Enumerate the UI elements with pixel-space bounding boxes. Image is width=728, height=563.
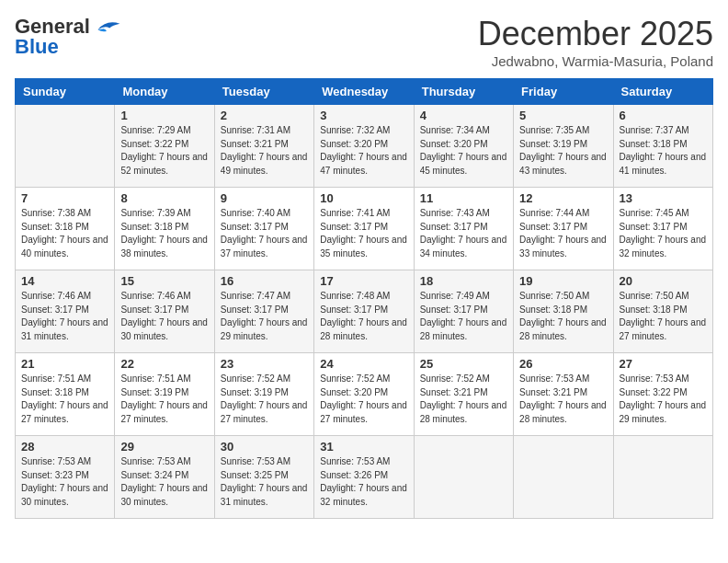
day-number: 23	[221, 357, 308, 371]
day-cell: 3Sunrise: 7:32 AMSunset: 3:20 PMDaylight…	[314, 105, 414, 188]
day-cell: 8Sunrise: 7:39 AMSunset: 3:18 PMDaylight…	[115, 188, 214, 270]
day-cell: 4Sunrise: 7:34 AMSunset: 3:20 PMDaylight…	[414, 105, 513, 188]
day-info: Sunrise: 7:47 AMSunset: 3:17 PMDaylight:…	[221, 290, 308, 343]
day-info: Sunrise: 7:53 AMSunset: 3:26 PMDaylight:…	[320, 455, 407, 509]
day-info: Sunrise: 7:50 AMSunset: 3:18 PMDaylight:…	[519, 290, 607, 343]
day-number: 22	[120, 357, 208, 371]
day-number: 24	[320, 357, 407, 371]
day-info: Sunrise: 7:53 AMSunset: 3:21 PMDaylight:…	[519, 373, 607, 426]
week-row-5: 28Sunrise: 7:53 AMSunset: 3:23 PMDayligh…	[16, 436, 713, 519]
header-cell-tuesday: Tuesday	[214, 79, 313, 105]
day-cell: 1Sunrise: 7:29 AMSunset: 3:22 PMDaylight…	[115, 105, 214, 188]
day-cell: 18Sunrise: 7:49 AMSunset: 3:17 PMDayligh…	[414, 270, 513, 353]
day-cell	[514, 436, 613, 519]
day-cell: 9Sunrise: 7:40 AMSunset: 3:17 PMDaylight…	[214, 188, 313, 270]
day-number: 14	[21, 274, 108, 288]
day-info: Sunrise: 7:52 AMSunset: 3:21 PMDaylight:…	[420, 373, 507, 426]
day-number: 11	[420, 191, 507, 205]
day-info: Sunrise: 7:52 AMSunset: 3:19 PMDaylight:…	[221, 373, 308, 426]
day-info: Sunrise: 7:37 AMSunset: 3:18 PMDaylight:…	[620, 124, 707, 178]
day-cell: 20Sunrise: 7:50 AMSunset: 3:18 PMDayligh…	[613, 270, 712, 353]
day-cell: 16Sunrise: 7:47 AMSunset: 3:17 PMDayligh…	[214, 270, 313, 353]
calendar-table: SundayMondayTuesdayWednesdayThursdayFrid…	[15, 78, 713, 519]
day-number: 12	[519, 191, 607, 205]
day-cell: 13Sunrise: 7:45 AMSunset: 3:17 PMDayligh…	[613, 188, 712, 270]
day-cell: 23Sunrise: 7:52 AMSunset: 3:19 PMDayligh…	[214, 353, 313, 436]
title-block: December 2025 Jedwabno, Warmia-Masuria, …	[478, 15, 713, 69]
header-cell-monday: Monday	[115, 79, 214, 105]
day-info: Sunrise: 7:49 AMSunset: 3:17 PMDaylight:…	[420, 290, 507, 343]
header-cell-friday: Friday	[514, 79, 613, 105]
day-info: Sunrise: 7:44 AMSunset: 3:17 PMDaylight:…	[519, 207, 607, 260]
month-year-title: December 2025	[478, 15, 713, 53]
calendar-header: SundayMondayTuesdayWednesdayThursdayFrid…	[16, 79, 713, 105]
logo-icon	[92, 17, 121, 36]
day-cell: 26Sunrise: 7:53 AMSunset: 3:21 PMDayligh…	[514, 353, 613, 436]
day-info: Sunrise: 7:53 AMSunset: 3:25 PMDaylight:…	[221, 455, 308, 509]
day-cell: 11Sunrise: 7:43 AMSunset: 3:17 PMDayligh…	[414, 188, 513, 270]
header-cell-thursday: Thursday	[414, 79, 513, 105]
day-cell: 2Sunrise: 7:31 AMSunset: 3:21 PMDaylight…	[214, 105, 313, 188]
day-info: Sunrise: 7:52 AMSunset: 3:20 PMDaylight:…	[320, 373, 407, 426]
day-info: Sunrise: 7:43 AMSunset: 3:17 PMDaylight:…	[420, 207, 507, 260]
day-cell: 15Sunrise: 7:46 AMSunset: 3:17 PMDayligh…	[115, 270, 214, 353]
day-cell: 30Sunrise: 7:53 AMSunset: 3:25 PMDayligh…	[214, 436, 313, 519]
day-info: Sunrise: 7:53 AMSunset: 3:23 PMDaylight:…	[21, 455, 108, 509]
day-number: 8	[120, 191, 208, 205]
day-cell: 22Sunrise: 7:51 AMSunset: 3:19 PMDayligh…	[115, 353, 214, 436]
calendar-body: 1Sunrise: 7:29 AMSunset: 3:22 PMDaylight…	[16, 105, 713, 519]
day-info: Sunrise: 7:50 AMSunset: 3:18 PMDaylight:…	[620, 290, 707, 343]
day-info: Sunrise: 7:40 AMSunset: 3:17 PMDaylight:…	[221, 207, 308, 260]
day-info: Sunrise: 7:35 AMSunset: 3:19 PMDaylight:…	[519, 124, 607, 178]
week-row-4: 21Sunrise: 7:51 AMSunset: 3:18 PMDayligh…	[16, 353, 713, 436]
day-number: 4	[420, 109, 507, 122]
day-cell: 24Sunrise: 7:52 AMSunset: 3:20 PMDayligh…	[314, 353, 414, 436]
header-cell-saturday: Saturday	[613, 79, 712, 105]
day-info: Sunrise: 7:39 AMSunset: 3:18 PMDaylight:…	[120, 207, 208, 260]
day-number: 27	[620, 357, 707, 371]
week-row-2: 7Sunrise: 7:38 AMSunset: 3:18 PMDaylight…	[16, 188, 713, 270]
day-number: 16	[221, 274, 308, 288]
day-number: 25	[420, 357, 507, 371]
day-number: 3	[320, 109, 407, 122]
day-cell: 6Sunrise: 7:37 AMSunset: 3:18 PMDaylight…	[613, 105, 712, 188]
day-number: 13	[620, 191, 707, 205]
day-number: 9	[221, 191, 308, 205]
day-number: 19	[519, 274, 607, 288]
day-cell: 10Sunrise: 7:41 AMSunset: 3:17 PMDayligh…	[314, 188, 414, 270]
day-info: Sunrise: 7:29 AMSunset: 3:22 PMDaylight:…	[120, 124, 208, 178]
day-info: Sunrise: 7:32 AMSunset: 3:20 PMDaylight:…	[320, 124, 407, 178]
day-number: 15	[120, 274, 208, 288]
day-number: 28	[21, 440, 108, 454]
week-row-3: 14Sunrise: 7:46 AMSunset: 3:17 PMDayligh…	[16, 270, 713, 353]
day-number: 21	[21, 357, 108, 371]
header-cell-wednesday: Wednesday	[314, 79, 414, 105]
day-number: 18	[420, 274, 507, 288]
header-row: SundayMondayTuesdayWednesdayThursdayFrid…	[16, 79, 713, 105]
day-cell: 27Sunrise: 7:53 AMSunset: 3:22 PMDayligh…	[613, 353, 712, 436]
day-number: 29	[120, 440, 208, 454]
week-row-1: 1Sunrise: 7:29 AMSunset: 3:22 PMDaylight…	[16, 105, 713, 188]
day-cell: 14Sunrise: 7:46 AMSunset: 3:17 PMDayligh…	[16, 270, 115, 353]
day-cell	[613, 436, 712, 519]
day-info: Sunrise: 7:45 AMSunset: 3:17 PMDaylight:…	[620, 207, 707, 260]
day-cell: 25Sunrise: 7:52 AMSunset: 3:21 PMDayligh…	[414, 353, 513, 436]
day-number: 2	[221, 109, 308, 122]
day-number: 26	[519, 357, 607, 371]
day-info: Sunrise: 7:46 AMSunset: 3:17 PMDaylight:…	[120, 290, 208, 343]
day-cell: 7Sunrise: 7:38 AMSunset: 3:18 PMDaylight…	[16, 188, 115, 270]
day-number: 31	[320, 440, 407, 454]
day-info: Sunrise: 7:38 AMSunset: 3:18 PMDaylight:…	[21, 207, 108, 260]
day-number: 30	[221, 440, 308, 454]
day-info: Sunrise: 7:41 AMSunset: 3:17 PMDaylight:…	[320, 207, 407, 260]
day-number: 17	[320, 274, 407, 288]
day-info: Sunrise: 7:53 AMSunset: 3:24 PMDaylight:…	[120, 455, 208, 509]
day-number: 7	[21, 191, 108, 205]
day-cell	[16, 105, 115, 188]
day-cell: 19Sunrise: 7:50 AMSunset: 3:18 PMDayligh…	[514, 270, 613, 353]
day-cell: 17Sunrise: 7:48 AMSunset: 3:17 PMDayligh…	[314, 270, 414, 353]
day-cell: 21Sunrise: 7:51 AMSunset: 3:18 PMDayligh…	[16, 353, 115, 436]
day-info: Sunrise: 7:51 AMSunset: 3:18 PMDaylight:…	[21, 373, 108, 426]
day-cell: 31Sunrise: 7:53 AMSunset: 3:26 PMDayligh…	[314, 436, 414, 519]
page-header: General Blue December 2025 Jedwabno, War…	[15, 15, 713, 69]
